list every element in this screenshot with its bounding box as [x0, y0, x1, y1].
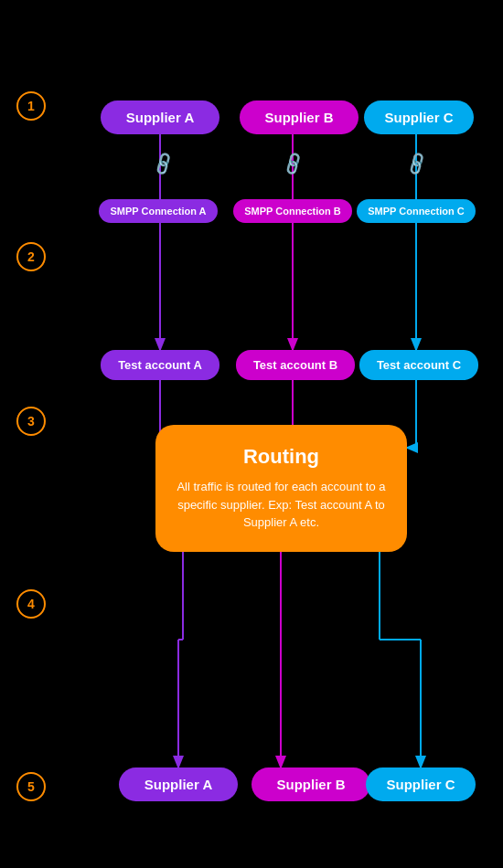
supplier-b-bottom-button[interactable]: Supplier B	[252, 767, 370, 801]
chain-icon-b: 🔗	[280, 150, 307, 177]
routing-description: All traffic is routed for each account t…	[174, 478, 389, 532]
smpp-connection-b-button[interactable]: SMPP Connection B	[233, 199, 352, 223]
svg-marker-16	[405, 442, 418, 453]
diagram-container: 1 2 3 4 5 🔗 🔗 🔗 Supplier A Supplier B Su…	[0, 0, 503, 868]
step-3: 3	[16, 407, 46, 436]
supplier-a-top-button[interactable]: Supplier A	[101, 101, 219, 134]
test-account-a-button[interactable]: Test account A	[101, 350, 219, 380]
test-account-c-button[interactable]: Test account C	[359, 350, 478, 380]
supplier-b-top-button[interactable]: Supplier B	[240, 101, 359, 134]
test-account-b-button[interactable]: Test account B	[236, 350, 355, 380]
smpp-connection-a-button[interactable]: SMPP Connection A	[99, 199, 218, 223]
supplier-c-top-button[interactable]: Supplier C	[364, 101, 474, 134]
supplier-c-bottom-button[interactable]: Supplier C	[366, 767, 476, 801]
step-2: 2	[16, 242, 46, 271]
supplier-a-bottom-button[interactable]: Supplier A	[119, 767, 238, 801]
routing-title: Routing	[174, 445, 389, 469]
step-1: 1	[16, 91, 46, 121]
step-4: 4	[16, 589, 46, 619]
chain-icon-c: 🔗	[403, 150, 431, 177]
smpp-connection-c-button[interactable]: SMPP Connection C	[357, 199, 476, 223]
chain-icon-a: 🔗	[150, 150, 177, 177]
step-5: 5	[16, 772, 46, 801]
routing-box: Routing All traffic is routed for each a…	[155, 425, 407, 552]
